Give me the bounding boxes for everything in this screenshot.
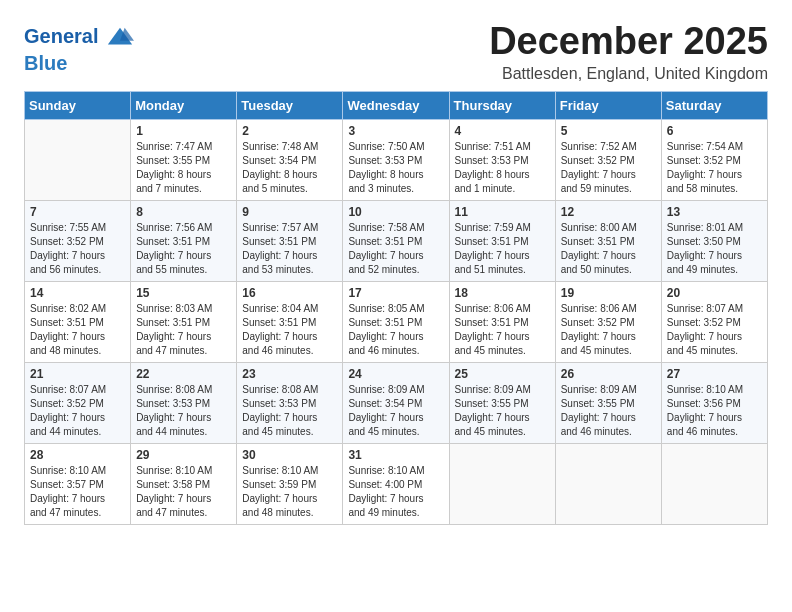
- weekday-header-friday: Friday: [555, 92, 661, 120]
- calendar-cell: 18Sunrise: 8:06 AM Sunset: 3:51 PM Dayli…: [449, 282, 555, 363]
- day-number: 16: [242, 286, 337, 300]
- calendar-cell: 4Sunrise: 7:51 AM Sunset: 3:53 PM Daylig…: [449, 120, 555, 201]
- day-info: Sunrise: 8:08 AM Sunset: 3:53 PM Dayligh…: [136, 383, 231, 439]
- day-number: 4: [455, 124, 550, 138]
- day-number: 19: [561, 286, 656, 300]
- calendar-cell: 22Sunrise: 8:08 AM Sunset: 3:53 PM Dayli…: [131, 363, 237, 444]
- weekday-header-saturday: Saturday: [661, 92, 767, 120]
- day-number: 25: [455, 367, 550, 381]
- day-info: Sunrise: 8:02 AM Sunset: 3:51 PM Dayligh…: [30, 302, 125, 358]
- logo: General Blue: [24, 24, 134, 74]
- day-number: 26: [561, 367, 656, 381]
- day-number: 5: [561, 124, 656, 138]
- day-info: Sunrise: 7:54 AM Sunset: 3:52 PM Dayligh…: [667, 140, 762, 196]
- day-number: 8: [136, 205, 231, 219]
- day-info: Sunrise: 8:10 AM Sunset: 3:58 PM Dayligh…: [136, 464, 231, 520]
- day-info: Sunrise: 7:55 AM Sunset: 3:52 PM Dayligh…: [30, 221, 125, 277]
- calendar-cell: 5Sunrise: 7:52 AM Sunset: 3:52 PM Daylig…: [555, 120, 661, 201]
- calendar-cell: 3Sunrise: 7:50 AM Sunset: 3:53 PM Daylig…: [343, 120, 449, 201]
- calendar-cell: 25Sunrise: 8:09 AM Sunset: 3:55 PM Dayli…: [449, 363, 555, 444]
- day-number: 2: [242, 124, 337, 138]
- day-number: 20: [667, 286, 762, 300]
- weekday-header-tuesday: Tuesday: [237, 92, 343, 120]
- logo-line1: General: [24, 25, 98, 47]
- weekday-header-sunday: Sunday: [25, 92, 131, 120]
- calendar-cell: 1Sunrise: 7:47 AM Sunset: 3:55 PM Daylig…: [131, 120, 237, 201]
- day-number: 17: [348, 286, 443, 300]
- calendar-cell: 13Sunrise: 8:01 AM Sunset: 3:50 PM Dayli…: [661, 201, 767, 282]
- weekday-header-wednesday: Wednesday: [343, 92, 449, 120]
- location-title: Battlesden, England, United Kingdom: [489, 65, 768, 83]
- calendar-cell: 9Sunrise: 7:57 AM Sunset: 3:51 PM Daylig…: [237, 201, 343, 282]
- calendar-cell: [449, 444, 555, 525]
- calendar-cell: 28Sunrise: 8:10 AM Sunset: 3:57 PM Dayli…: [25, 444, 131, 525]
- day-info: Sunrise: 8:10 AM Sunset: 4:00 PM Dayligh…: [348, 464, 443, 520]
- month-title: December 2025: [489, 20, 768, 63]
- day-number: 21: [30, 367, 125, 381]
- day-info: Sunrise: 8:06 AM Sunset: 3:52 PM Dayligh…: [561, 302, 656, 358]
- calendar-cell: 12Sunrise: 8:00 AM Sunset: 3:51 PM Dayli…: [555, 201, 661, 282]
- calendar-cell: 20Sunrise: 8:07 AM Sunset: 3:52 PM Dayli…: [661, 282, 767, 363]
- day-number: 24: [348, 367, 443, 381]
- calendar-table: SundayMondayTuesdayWednesdayThursdayFrid…: [24, 91, 768, 525]
- day-info: Sunrise: 8:09 AM Sunset: 3:55 PM Dayligh…: [455, 383, 550, 439]
- calendar-cell: 21Sunrise: 8:07 AM Sunset: 3:52 PM Dayli…: [25, 363, 131, 444]
- day-number: 18: [455, 286, 550, 300]
- weekday-header-monday: Monday: [131, 92, 237, 120]
- day-info: Sunrise: 8:00 AM Sunset: 3:51 PM Dayligh…: [561, 221, 656, 277]
- day-info: Sunrise: 8:10 AM Sunset: 3:59 PM Dayligh…: [242, 464, 337, 520]
- day-info: Sunrise: 8:06 AM Sunset: 3:51 PM Dayligh…: [455, 302, 550, 358]
- day-number: 22: [136, 367, 231, 381]
- calendar-cell: 11Sunrise: 7:59 AM Sunset: 3:51 PM Dayli…: [449, 201, 555, 282]
- day-number: 12: [561, 205, 656, 219]
- calendar-cell: 7Sunrise: 7:55 AM Sunset: 3:52 PM Daylig…: [25, 201, 131, 282]
- day-info: Sunrise: 8:01 AM Sunset: 3:50 PM Dayligh…: [667, 221, 762, 277]
- day-info: Sunrise: 8:08 AM Sunset: 3:53 PM Dayligh…: [242, 383, 337, 439]
- calendar-cell: 30Sunrise: 8:10 AM Sunset: 3:59 PM Dayli…: [237, 444, 343, 525]
- calendar-cell: 24Sunrise: 8:09 AM Sunset: 3:54 PM Dayli…: [343, 363, 449, 444]
- day-number: 3: [348, 124, 443, 138]
- day-info: Sunrise: 7:50 AM Sunset: 3:53 PM Dayligh…: [348, 140, 443, 196]
- day-number: 29: [136, 448, 231, 462]
- calendar-cell: 19Sunrise: 8:06 AM Sunset: 3:52 PM Dayli…: [555, 282, 661, 363]
- calendar-cell: 26Sunrise: 8:09 AM Sunset: 3:55 PM Dayli…: [555, 363, 661, 444]
- day-number: 7: [30, 205, 125, 219]
- logo-line2: Blue: [24, 52, 67, 74]
- calendar-cell: 2Sunrise: 7:48 AM Sunset: 3:54 PM Daylig…: [237, 120, 343, 201]
- day-info: Sunrise: 8:10 AM Sunset: 3:57 PM Dayligh…: [30, 464, 125, 520]
- day-info: Sunrise: 7:58 AM Sunset: 3:51 PM Dayligh…: [348, 221, 443, 277]
- page-header: General Blue December 2025 Battlesden, E…: [24, 20, 768, 83]
- calendar-cell: 6Sunrise: 7:54 AM Sunset: 3:52 PM Daylig…: [661, 120, 767, 201]
- day-info: Sunrise: 7:51 AM Sunset: 3:53 PM Dayligh…: [455, 140, 550, 196]
- day-number: 31: [348, 448, 443, 462]
- day-info: Sunrise: 7:48 AM Sunset: 3:54 PM Dayligh…: [242, 140, 337, 196]
- day-number: 6: [667, 124, 762, 138]
- day-info: Sunrise: 8:07 AM Sunset: 3:52 PM Dayligh…: [667, 302, 762, 358]
- day-number: 1: [136, 124, 231, 138]
- day-info: Sunrise: 7:47 AM Sunset: 3:55 PM Dayligh…: [136, 140, 231, 196]
- day-number: 14: [30, 286, 125, 300]
- calendar-cell: [661, 444, 767, 525]
- day-info: Sunrise: 7:57 AM Sunset: 3:51 PM Dayligh…: [242, 221, 337, 277]
- day-info: Sunrise: 8:04 AM Sunset: 3:51 PM Dayligh…: [242, 302, 337, 358]
- day-number: 9: [242, 205, 337, 219]
- weekday-header-thursday: Thursday: [449, 92, 555, 120]
- calendar-cell: 8Sunrise: 7:56 AM Sunset: 3:51 PM Daylig…: [131, 201, 237, 282]
- calendar-cell: 29Sunrise: 8:10 AM Sunset: 3:58 PM Dayli…: [131, 444, 237, 525]
- day-number: 27: [667, 367, 762, 381]
- calendar-cell: 27Sunrise: 8:10 AM Sunset: 3:56 PM Dayli…: [661, 363, 767, 444]
- calendar-cell: 16Sunrise: 8:04 AM Sunset: 3:51 PM Dayli…: [237, 282, 343, 363]
- day-number: 10: [348, 205, 443, 219]
- calendar-cell: 31Sunrise: 8:10 AM Sunset: 4:00 PM Dayli…: [343, 444, 449, 525]
- day-info: Sunrise: 7:52 AM Sunset: 3:52 PM Dayligh…: [561, 140, 656, 196]
- calendar-cell: [25, 120, 131, 201]
- day-info: Sunrise: 8:05 AM Sunset: 3:51 PM Dayligh…: [348, 302, 443, 358]
- day-number: 11: [455, 205, 550, 219]
- day-number: 28: [30, 448, 125, 462]
- day-number: 30: [242, 448, 337, 462]
- day-info: Sunrise: 8:07 AM Sunset: 3:52 PM Dayligh…: [30, 383, 125, 439]
- title-block: December 2025 Battlesden, England, Unite…: [489, 20, 768, 83]
- day-number: 15: [136, 286, 231, 300]
- day-info: Sunrise: 8:10 AM Sunset: 3:56 PM Dayligh…: [667, 383, 762, 439]
- day-number: 23: [242, 367, 337, 381]
